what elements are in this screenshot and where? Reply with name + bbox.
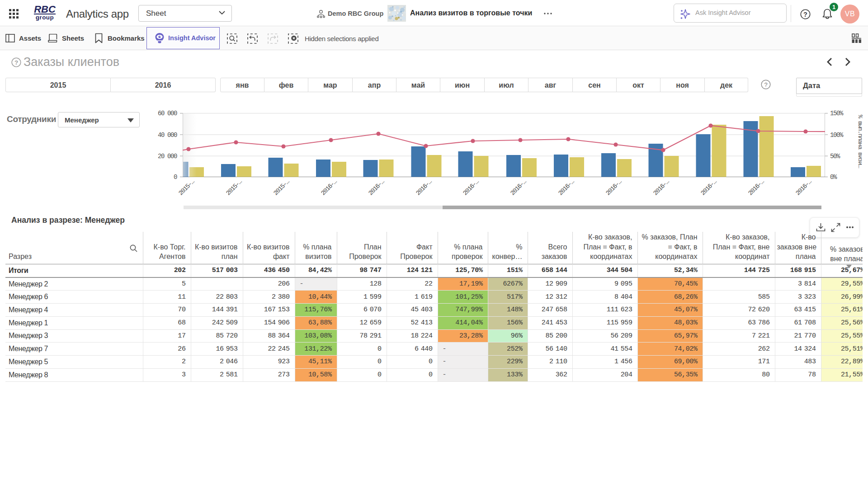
svg-text:?: ? — [803, 11, 807, 18]
svg-text:2016-…: 2016-… — [747, 178, 766, 197]
svg-text:2016-…: 2016-… — [699, 178, 718, 197]
svg-text:2016-…: 2016-… — [320, 178, 339, 197]
svg-text:2016-…: 2016-… — [415, 178, 434, 197]
svg-text:100%: 100% — [830, 131, 844, 139]
svg-text:% вып.плана визи…: % вып.плана визи… — [857, 115, 863, 168]
svg-text:2016-…: 2016-… — [462, 178, 481, 197]
svg-text:2016-…: 2016-… — [604, 178, 623, 197]
svg-text:?: ? — [764, 81, 767, 88]
svg-text:2015-…: 2015-… — [225, 178, 244, 197]
svg-text:0%: 0% — [830, 174, 837, 181]
svg-text:2016-…: 2016-… — [367, 178, 386, 197]
svg-text:2016-…: 2016-… — [794, 178, 813, 197]
svg-text:20 000: 20 000 — [158, 153, 177, 160]
svg-text:60 000: 60 000 — [158, 110, 177, 117]
svg-text:2016-…: 2016-… — [509, 178, 528, 197]
svg-text:0: 0 — [174, 174, 177, 181]
svg-text:50%: 50% — [830, 153, 840, 160]
svg-text:?: ? — [14, 59, 18, 66]
svg-text:150%: 150% — [830, 110, 844, 117]
svg-text:2016-…: 2016-… — [557, 178, 576, 197]
svg-text:2015-…: 2015-… — [177, 178, 196, 197]
svg-text:2016-…: 2016-… — [652, 178, 671, 197]
svg-text:40 000: 40 000 — [158, 131, 177, 139]
svg-text:2015-…: 2015-… — [272, 178, 291, 197]
